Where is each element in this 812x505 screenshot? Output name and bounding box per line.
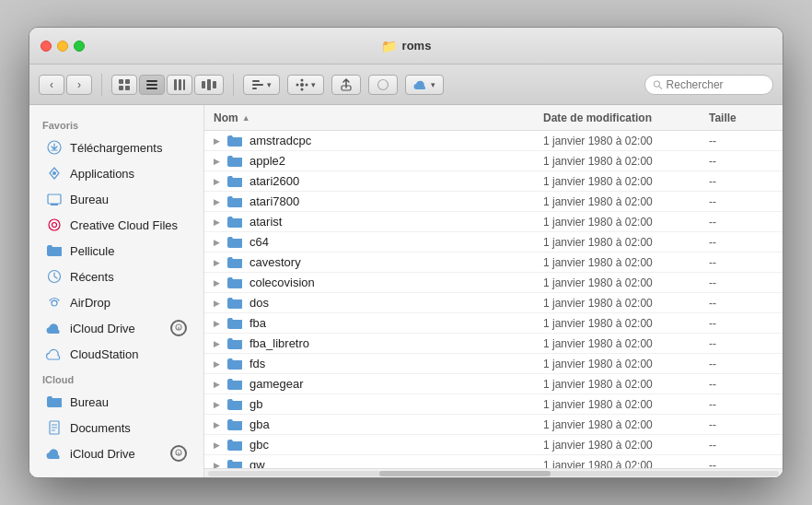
- expand-arrow-icon: ▶: [214, 299, 226, 308]
- file-name: gbc: [249, 438, 543, 452]
- bureau-icloud-icon: [46, 393, 63, 410]
- table-row[interactable]: ▶ fba_libretro 1 janvier 1980 à 02:00 --: [204, 334, 783, 354]
- view-icon-button[interactable]: [111, 75, 137, 95]
- svg-point-27: [52, 171, 56, 175]
- action-button[interactable]: ▾: [287, 75, 324, 95]
- horizontal-scrollbar[interactable]: [204, 468, 783, 477]
- table-row[interactable]: ▶ atarist 1 janvier 1980 à 02:00 --: [204, 212, 783, 232]
- sidebar-item-documents-icloud[interactable]: Documents: [33, 415, 200, 440]
- file-size: --: [709, 337, 773, 350]
- file-size: --: [709, 459, 773, 469]
- table-row[interactable]: ▶ gb 1 janvier 1980 à 02:00 --: [204, 394, 783, 415]
- search-input[interactable]: [667, 78, 765, 91]
- table-row[interactable]: ▶ atari2600 1 janvier 1980 à 02:00 --: [204, 171, 783, 192]
- table-row[interactable]: ▶ dos 1 janvier 1980 à 02:00 --: [204, 293, 783, 313]
- maximize-button[interactable]: [74, 41, 85, 52]
- sidebar-item-icloud-drive[interactable]: iCloud Drive: [33, 315, 200, 341]
- view-list-button[interactable]: [139, 75, 165, 95]
- table-row[interactable]: ▶ apple2 1 janvier 1980 à 02:00 --: [204, 151, 783, 171]
- arrange-button[interactable]: ▾: [243, 75, 280, 95]
- file-date: 1 janvier 1980 à 02:00: [543, 155, 709, 168]
- file-date: 1 janvier 1980 à 02:00: [543, 459, 709, 469]
- minimize-button[interactable]: [57, 41, 68, 52]
- sidebar-item-creative-cloud[interactable]: Creative Cloud Files: [33, 212, 200, 238]
- sidebar-item-recents[interactable]: Récents: [33, 264, 200, 289]
- back-button[interactable]: ‹: [39, 75, 64, 95]
- view-coverflow-button[interactable]: [194, 75, 224, 95]
- expand-arrow-icon: ▶: [214, 319, 226, 328]
- sidebar-item-telechargements[interactable]: Téléchargements: [33, 135, 200, 160]
- file-name: atari7800: [249, 194, 543, 208]
- table-row[interactable]: ▶ amstradcpc 1 janvier 1980 à 02:00 --: [204, 131, 783, 151]
- icloud-button[interactable]: ▾: [405, 75, 444, 95]
- sidebar-item-label: iCloud Drive: [70, 447, 135, 461]
- tag-button[interactable]: [368, 75, 398, 95]
- svg-rect-8: [179, 79, 181, 90]
- file-size: --: [709, 297, 773, 310]
- file-date: 1 janvier 1980 à 02:00: [543, 358, 709, 370]
- file-date: 1 janvier 1980 à 02:00: [543, 418, 709, 431]
- sidebar-item-bureau-icloud[interactable]: Bureau: [33, 389, 200, 415]
- folder-icon: [226, 154, 245, 169]
- table-row[interactable]: ▶ colecovision 1 janvier 1980 à 02:00 --: [204, 273, 783, 293]
- icloud-drive-2-badge: [170, 445, 187, 462]
- folder-icon: [226, 377, 245, 392]
- folder-icon: [226, 215, 245, 229]
- sidebar-item-airdrop[interactable]: AirDrop: [33, 289, 200, 315]
- file-size: --: [709, 236, 773, 249]
- svg-rect-5: [146, 84, 157, 86]
- close-button[interactable]: [41, 41, 52, 52]
- search-box[interactable]: [644, 75, 773, 95]
- table-row[interactable]: ▶ gba 1 janvier 1980 à 02:00 --: [204, 415, 783, 435]
- recents-icon: [46, 268, 63, 285]
- table-row[interactable]: ▶ gamegear 1 janvier 1980 à 02:00 --: [204, 374, 783, 394]
- file-date: 1 janvier 1980 à 02:00: [543, 276, 709, 289]
- file-name: gw: [249, 458, 543, 468]
- sidebar-item-bureau[interactable]: Bureau: [33, 186, 200, 212]
- sidebar-item-applications[interactable]: Applications: [33, 160, 200, 186]
- folder-icon: [226, 134, 245, 148]
- folder-icon: [226, 397, 245, 412]
- window-title: 📁 roms: [381, 39, 432, 53]
- table-row[interactable]: ▶ fba 1 janvier 1980 à 02:00 --: [204, 313, 783, 334]
- sidebar-item-cloudstation[interactable]: CloudStation: [33, 341, 200, 367]
- applications-icon: [46, 165, 63, 182]
- file-name: amstradcpc: [249, 134, 543, 147]
- sidebar-item-icloud-drive-2[interactable]: iCloud Drive: [33, 440, 200, 466]
- col-name-header[interactable]: Nom ▲: [214, 112, 543, 124]
- svg-rect-9: [183, 79, 185, 90]
- table-row[interactable]: ▶ cavestory 1 janvier 1980 à 02:00 --: [204, 252, 783, 273]
- svg-rect-10: [202, 81, 205, 88]
- expand-arrow-icon: ▶: [214, 197, 226, 206]
- col-size-header[interactable]: Taille: [709, 112, 773, 124]
- view-columns-button[interactable]: [167, 75, 192, 95]
- expand-arrow-icon: ▶: [214, 217, 226, 227]
- table-row[interactable]: ▶ gbc 1 janvier 1980 à 02:00 --: [204, 435, 783, 455]
- file-name: gba: [249, 417, 543, 431]
- sidebar-item-pellicule[interactable]: Pellicule: [33, 238, 200, 264]
- svg-rect-29: [51, 204, 58, 206]
- svg-rect-11: [207, 79, 211, 90]
- table-row[interactable]: ▶ gw 1 janvier 1980 à 02:00 --: [204, 455, 783, 468]
- expand-arrow-icon: ▶: [214, 177, 226, 186]
- expand-arrow-icon: ▶: [214, 400, 226, 409]
- file-size: --: [709, 418, 773, 431]
- table-row[interactable]: ▶ atari7800 1 janvier 1980 à 02:00 --: [204, 192, 783, 212]
- svg-rect-4: [146, 80, 157, 82]
- svg-point-19: [296, 83, 299, 86]
- file-name: fba: [249, 316, 543, 330]
- table-row[interactable]: ▶ c64 1 janvier 1980 à 02:00 --: [204, 232, 783, 252]
- svg-point-23: [654, 81, 659, 87]
- col-date-header[interactable]: Date de modification: [543, 112, 709, 124]
- forward-button[interactable]: ›: [66, 75, 92, 95]
- folder-icon: [226, 255, 245, 270]
- sidebar-item-label: iCloud Drive: [70, 322, 135, 335]
- finder-window: 📁 roms ‹ ›: [29, 27, 783, 478]
- file-size: --: [709, 358, 773, 370]
- sidebar-item-label: Documents: [70, 421, 131, 435]
- sidebar-item-label: AirDrop: [70, 296, 110, 310]
- svg-point-22: [378, 79, 389, 89]
- share-button[interactable]: [331, 75, 361, 95]
- table-row[interactable]: ▶ fds 1 janvier 1980 à 02:00 --: [204, 354, 783, 374]
- svg-point-31: [52, 223, 57, 228]
